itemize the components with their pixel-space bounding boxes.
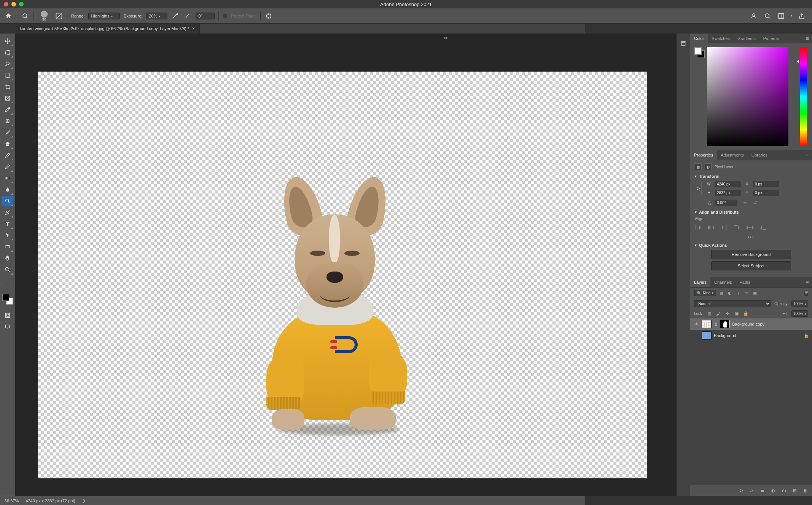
dodge-tool[interactable] xyxy=(2,196,13,206)
layer-mask-thumbnail[interactable] xyxy=(720,320,730,328)
zoom-tool[interactable] xyxy=(2,264,13,275)
document-tab[interactable]: karsten-winegeart-5PVXkqt2s9k-unsplash.j… xyxy=(15,24,200,34)
filter-pixel-icon[interactable]: ▦ xyxy=(718,290,724,296)
align-bottom-icon[interactable]: ▮▁ xyxy=(759,224,766,231)
crop-tool[interactable] xyxy=(2,82,13,92)
align-center-v-icon[interactable]: ▮─▮ xyxy=(747,224,753,231)
angle-input[interactable] xyxy=(196,13,215,19)
workspace-icon[interactable] xyxy=(777,12,785,20)
lock-transparency-icon[interactable]: ▧ xyxy=(706,311,712,317)
range-select[interactable]: Highlights xyxy=(88,13,119,19)
close-window-button[interactable] xyxy=(4,2,8,6)
layer-thumbnail[interactable] xyxy=(702,331,712,340)
eyedropper-tool[interactable] xyxy=(2,104,13,115)
tool-preset-picker[interactable] xyxy=(21,12,29,20)
pen-tool[interactable] xyxy=(2,207,13,218)
document-canvas[interactable] xyxy=(38,72,647,478)
mask-link-icon[interactable]: ⛓ xyxy=(714,322,718,326)
brush-preset-picker[interactable]: 50 xyxy=(37,9,51,23)
airbrush-icon[interactable] xyxy=(171,12,180,20)
maximize-window-button[interactable] xyxy=(19,2,24,6)
tab-paths[interactable]: Paths xyxy=(736,277,754,287)
type-tool[interactable] xyxy=(2,219,13,229)
more-options-button[interactable]: ••• xyxy=(695,235,807,239)
foreground-color-swatch[interactable] xyxy=(2,294,9,301)
pressure-icon[interactable] xyxy=(264,12,273,20)
hand-tool[interactable] xyxy=(2,253,13,264)
gradient-tool[interactable] xyxy=(2,173,13,184)
lock-all-icon[interactable]: 🔒 xyxy=(743,311,749,317)
eraser-tool[interactable] xyxy=(2,161,13,172)
search-icon[interactable] xyxy=(763,12,772,20)
hue-slider[interactable] xyxy=(800,47,807,146)
edit-toolbar-button[interactable]: ⋯ xyxy=(2,279,13,289)
properties-panel-menu-icon[interactable] xyxy=(803,150,812,160)
path-selection-tool[interactable] xyxy=(2,230,13,241)
workspace-chevron-icon[interactable]: ▾ xyxy=(791,14,792,18)
home-button[interactable] xyxy=(4,11,13,21)
lock-pixels-icon[interactable]: 🖌 xyxy=(715,311,721,317)
document-dimensions[interactable]: 4240 px x 2832 px (72 ppi) xyxy=(25,499,75,503)
lock-artboard-icon[interactable]: ▣ xyxy=(734,311,740,317)
width-input[interactable] xyxy=(715,181,741,187)
marquee-tool[interactable] xyxy=(2,47,13,58)
align-section-header[interactable]: Align and Distribute xyxy=(695,210,807,214)
color-panel-menu-icon[interactable] xyxy=(803,34,812,43)
select-subject-button[interactable]: Select Subject xyxy=(711,261,791,270)
blur-tool[interactable] xyxy=(2,184,13,195)
transform-section-header[interactable]: Transform xyxy=(695,174,807,179)
align-right-icon[interactable]: ▮▕ xyxy=(721,224,728,231)
tab-libraries[interactable]: Libraries xyxy=(748,150,771,160)
rectangle-tool[interactable] xyxy=(2,241,13,252)
history-brush-tool[interactable] xyxy=(2,150,13,161)
layer-filter-select[interactable]: 🔍 Kind ▾ xyxy=(694,290,716,296)
healing-brush-tool[interactable] xyxy=(2,116,13,126)
color-field-picker[interactable] xyxy=(707,47,788,146)
blend-mode-select[interactable]: Normal xyxy=(694,300,771,307)
flip-horizontal-icon[interactable]: ⇋ xyxy=(741,199,748,206)
filter-smart-icon[interactable]: ▣ xyxy=(752,290,758,296)
link-layers-icon[interactable]: ⛓ xyxy=(738,487,744,494)
clone-stamp-tool[interactable] xyxy=(2,139,13,149)
status-info-flyout-icon[interactable]: ❯ xyxy=(82,498,86,503)
lock-position-icon[interactable]: ✥ xyxy=(724,311,731,317)
frame-tool[interactable] xyxy=(2,93,13,104)
layers-panel-menu-icon[interactable] xyxy=(803,277,812,287)
move-tool[interactable] xyxy=(2,36,13,46)
zoom-level[interactable]: 66.67% xyxy=(5,499,19,503)
layer-visibility-toggle[interactable]: 👁 xyxy=(693,321,699,327)
tab-gradients[interactable]: Gradients xyxy=(734,34,759,43)
align-top-icon[interactable]: ▔▮ xyxy=(734,224,740,231)
opacity-input[interactable]: 100% xyxy=(791,300,808,307)
remove-background-button[interactable]: Remove Background xyxy=(711,250,791,259)
foreground-background-colors[interactable] xyxy=(2,294,13,305)
layer-name[interactable]: Background copy xyxy=(732,322,764,326)
brush-settings-icon[interactable] xyxy=(55,12,63,20)
brush-tool[interactable] xyxy=(2,127,13,138)
tab-swatches[interactable]: Swatches xyxy=(708,34,734,43)
tab-layers[interactable]: Layers xyxy=(690,277,710,287)
protect-tones-checkbox[interactable] xyxy=(223,14,227,18)
quick-mask-button[interactable] xyxy=(2,310,13,321)
angle-icon[interactable] xyxy=(183,12,192,20)
height-input[interactable] xyxy=(715,190,741,196)
fill-input[interactable]: 100% xyxy=(791,310,808,317)
align-left-icon[interactable]: ▏▮ xyxy=(695,224,702,231)
flip-vertical-icon[interactable]: ⇵ xyxy=(752,199,759,206)
y-input[interactable] xyxy=(753,190,779,196)
tab-patterns[interactable]: Patterns xyxy=(759,34,783,43)
close-tab-button[interactable]: × xyxy=(192,26,195,31)
align-center-h-icon[interactable]: ▮│▮ xyxy=(708,224,715,231)
layer-mask-icon[interactable]: ◙ xyxy=(759,487,766,494)
quick-selection-tool[interactable] xyxy=(2,70,13,81)
color-foreground-swatch[interactable] xyxy=(694,47,702,55)
filter-type-icon[interactable]: T xyxy=(735,290,741,296)
quick-actions-section-header[interactable]: Quick Actions xyxy=(695,243,807,248)
tab-properties[interactable]: Properties xyxy=(690,150,717,160)
expand-dock-button[interactable] xyxy=(679,39,688,48)
share-icon[interactable] xyxy=(798,12,806,20)
layer-visibility-toggle[interactable] xyxy=(693,332,699,339)
layer-name[interactable]: Background xyxy=(714,333,736,338)
color-fg-bg-swatches[interactable] xyxy=(694,47,705,58)
canvas-area[interactable]: ▸▸ xyxy=(15,34,677,496)
